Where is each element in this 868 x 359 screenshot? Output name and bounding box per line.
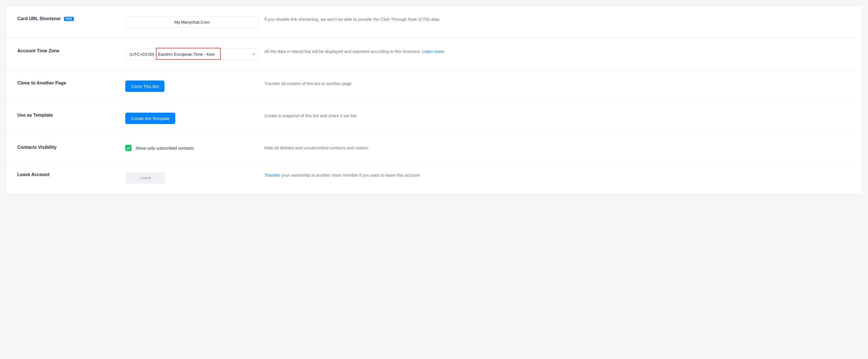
desc-leave: Transfer your ownership to another team …: [265, 172, 851, 178]
desc-timezone: All the data in ManyChat will be display…: [265, 48, 851, 55]
label-leave: Leave Account: [17, 172, 125, 177]
timezone-value: (UTC+03:00) - Eastern European Time - Ki…: [129, 52, 215, 57]
desc-template: Create a snapshot of this bot and share …: [265, 113, 851, 119]
control-leave: Leave: [125, 172, 265, 184]
control-contacts: Show only subscribed contacts: [125, 145, 265, 151]
settings-card: Card URL Shortener PRO If you disable li…: [6, 6, 862, 194]
label-text: Clone to Another Page: [17, 81, 66, 86]
control-url-shortener: [125, 16, 265, 28]
label-text: Leave Account: [17, 172, 50, 177]
timezone-select[interactable]: (UTC+03:00) - Eastern European Time - Ki…: [125, 48, 259, 60]
clone-bot-button[interactable]: Clone This Bot: [125, 81, 164, 92]
label-text: Contacts Visibility: [17, 145, 57, 150]
label-template: Use as Template: [17, 113, 125, 118]
label-url-shortener: Card URL Shortener PRO: [17, 16, 125, 21]
row-clone: Clone to Another Page Clone This Bot Tra…: [6, 70, 862, 103]
row-url-shortener: Card URL Shortener PRO If you disable li…: [6, 6, 862, 38]
url-shortener-input[interactable]: [125, 16, 259, 28]
contacts-checkbox-label: Show only subscribed contacts: [135, 146, 194, 150]
control-clone: Clone This Bot: [125, 81, 265, 92]
label-timezone: Account Time Zone: [17, 48, 125, 54]
desc-text: your ownership to another team member if…: [280, 173, 420, 177]
transfer-link[interactable]: Transfer: [265, 173, 280, 177]
label-contacts: Contacts Visibility: [17, 145, 125, 150]
pro-badge: PRO: [64, 17, 74, 21]
label-text: Use as Template: [17, 113, 53, 118]
label-clone: Clone to Another Page: [17, 81, 125, 86]
control-template: Create Bot Template: [125, 113, 265, 124]
timezone-learn-more-link[interactable]: Learn more: [422, 49, 444, 54]
desc-clone: Transfer all content of this bot to anot…: [265, 81, 851, 87]
label-text: Account Time Zone: [17, 48, 59, 54]
desc-url-shortener: If you disable link shortening, we won't…: [265, 16, 851, 23]
row-template: Use as Template Create Bot Template Crea…: [6, 103, 862, 135]
row-contacts: Contacts Visibility Show only subscribed…: [6, 135, 862, 162]
control-timezone: (UTC+03:00) - Eastern European Time - Ki…: [125, 48, 265, 60]
row-leave: Leave Account Leave Transfer your owners…: [6, 162, 862, 194]
desc-text: All the data in ManyChat will be display…: [265, 49, 422, 54]
checkbox-row: Show only subscribed contacts: [125, 145, 259, 151]
label-text: Card URL Shortener: [17, 16, 61, 21]
create-template-button[interactable]: Create Bot Template: [125, 113, 175, 124]
row-timezone: Account Time Zone (UTC+03:00) - Eastern …: [6, 38, 862, 70]
leave-button[interactable]: Leave: [125, 172, 165, 184]
check-icon: [126, 146, 130, 149]
chevron-down-icon: [252, 53, 255, 55]
contacts-checkbox[interactable]: [125, 145, 131, 151]
desc-contacts: Hide all deleted and unsubscribed contac…: [265, 145, 851, 151]
